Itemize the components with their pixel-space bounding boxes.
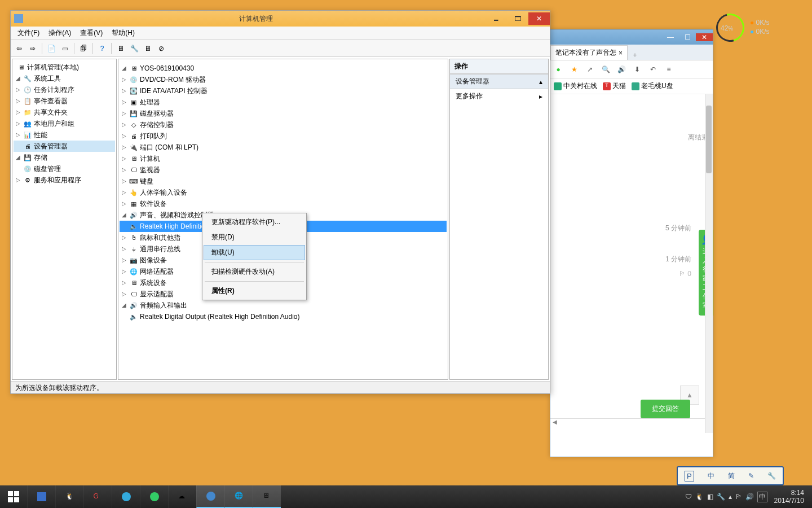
taskbar-app-browser2[interactable]: 🌐	[224, 485, 253, 508]
expand-icon[interactable]: ▷	[121, 198, 127, 209]
bookmark-zol[interactable]: 中关村在线	[554, 81, 597, 91]
minimize-button[interactable]	[486, 12, 507, 25]
ctx-scan[interactable]: 扫描检测硬件改动(A)	[204, 264, 305, 279]
browser-max[interactable]: ☐	[679, 33, 696, 41]
tray-wrench-icon[interactable]: 🔧	[717, 493, 725, 501]
expand-icon[interactable]: ▷	[15, 107, 21, 118]
expand-icon[interactable]: ▷	[121, 243, 127, 255]
back-button[interactable]: ⇦	[13, 42, 25, 55]
expand-icon[interactable]: ▷	[15, 174, 21, 186]
taskbar-app-sogou[interactable]	[196, 485, 224, 508]
expand-icon[interactable]: ▷	[121, 277, 127, 288]
tree-root[interactable]: 🖥计算机管理(本地)	[14, 62, 115, 73]
update-drv-button[interactable]: 🔧	[128, 42, 140, 55]
forward-button[interactable]: ⇨	[27, 42, 39, 55]
dev-monitor[interactable]: ▷🖵监视器	[120, 164, 447, 176]
close-button[interactable]	[528, 12, 550, 25]
expand-icon[interactable]: ▷	[121, 164, 127, 176]
expand-icon[interactable]: ▷	[121, 176, 127, 187]
collapse-icon[interactable]: ◢	[121, 300, 127, 311]
bookmark-tmall[interactable]: T天猫	[603, 81, 626, 91]
bookmark-udisk[interactable]: 老毛桃U盘	[632, 81, 673, 91]
tree-users[interactable]: ▷👥本地用户和组	[14, 118, 115, 129]
expand-icon[interactable]: ▷	[121, 85, 127, 97]
expand-icon[interactable]: ▷	[121, 255, 127, 266]
browser-min[interactable]: ―	[662, 33, 679, 41]
scan-hw-button[interactable]: 🖥	[114, 42, 127, 55]
actions-more[interactable]: 更多操作▸	[450, 89, 548, 103]
ime-charset[interactable]: 简	[728, 471, 735, 481]
wechat-icon[interactable]: ●	[553, 65, 564, 73]
dev-hid[interactable]: ▷👆人体学输入设备	[120, 187, 447, 198]
taskbar-app-cloud[interactable]: ☁	[168, 485, 196, 508]
ime-wrench-icon[interactable]: 🔧	[767, 472, 776, 480]
submit-answer-button[interactable]: 提交回答	[641, 400, 690, 418]
dev-audioio[interactable]: ◢🔊音频输入和输出	[120, 300, 447, 311]
ctx-uninstall[interactable]: 卸载(U)	[204, 245, 305, 260]
menu-help[interactable]: 帮助(H)	[107, 27, 139, 39]
collapse-icon[interactable]: ▴	[539, 78, 542, 86]
ctx-disable[interactable]: 禁用(D)	[204, 230, 305, 245]
expand-icon[interactable]: ▷	[121, 266, 127, 277]
tray-app-icon[interactable]: ◧	[707, 493, 713, 501]
taskbar-app-itunes[interactable]	[112, 485, 140, 508]
expand-icon[interactable]: ▷	[15, 129, 21, 141]
menu-icon[interactable]: ≡	[663, 65, 674, 73]
up-button[interactable]: 📄	[45, 42, 58, 55]
taskbar-app-360[interactable]	[140, 485, 168, 508]
expand-icon[interactable]: ▷	[121, 74, 127, 85]
menu-action[interactable]: 操作(A)	[44, 27, 76, 39]
maximize-button[interactable]	[507, 12, 528, 25]
dev-sw[interactable]: ▷▦软件设备	[120, 198, 447, 209]
dev-ide[interactable]: ▷💽IDE ATA/ATAPI 控制器	[120, 85, 447, 97]
expand-icon[interactable]: ▷	[15, 95, 21, 107]
browser-close[interactable]: ✕	[696, 33, 713, 41]
help-button[interactable]: ?	[96, 42, 108, 55]
ctx-properties[interactable]: 属性(R)	[204, 283, 305, 299]
browser-tab[interactable]: 笔记本没有了声音怎×	[550, 45, 628, 60]
collapse-icon[interactable]: ◢	[15, 73, 21, 84]
dev-ports[interactable]: ▷🔌端口 (COM 和 LPT)	[120, 142, 447, 153]
scroll-thumb[interactable]	[706, 106, 712, 173]
expand-icon[interactable]: ▷	[121, 232, 127, 243]
expand-icon[interactable]: ▷	[121, 119, 127, 130]
tree-diskmgr[interactable]: 💿磁盘管理	[14, 163, 115, 174]
ime-toolbar[interactable]: P 中 简 ✎ 🔧	[677, 466, 784, 485]
expand-icon[interactable]: ▷	[121, 288, 127, 300]
taskbar-app-qq[interactable]: 🐧	[55, 485, 83, 508]
dev-dvd[interactable]: ▷💿DVD/CD-ROM 驱动器	[120, 74, 447, 85]
dev-cpu[interactable]: ▷▣处理器	[120, 97, 447, 108]
volume-icon[interactable]: 🔊	[616, 65, 627, 73]
refresh-button[interactable]: 🗐	[77, 42, 90, 55]
taskbar-app-scanner[interactable]	[27, 485, 55, 508]
taskbar-app-mmc[interactable]: 🖥	[253, 485, 281, 508]
share-icon[interactable]: ↗	[584, 65, 595, 73]
titlebar[interactable]: 计算机管理	[11, 11, 550, 27]
search-icon[interactable]: 🔍	[600, 65, 611, 73]
dev-pc[interactable]: ▷🖥计算机	[120, 153, 447, 164]
download-icon[interactable]: ⬇	[632, 65, 643, 73]
tree-event[interactable]: ▷📋事件查看器	[14, 95, 115, 107]
tray-up-icon[interactable]: ▴	[729, 493, 732, 501]
taskbar-app-foxit[interactable]: G	[83, 485, 112, 508]
disable-button[interactable]: ⊘	[155, 42, 167, 55]
expand-icon[interactable]: ▷	[121, 130, 127, 142]
expand-icon[interactable]: ▷	[121, 97, 127, 108]
ime-logo-icon[interactable]: P	[685, 471, 694, 481]
tree-devmgr[interactable]: 🖨设备管理器	[14, 141, 115, 152]
uninstall-button[interactable]: 🖥	[142, 42, 154, 55]
expand-icon[interactable]: ▷	[121, 108, 127, 119]
ime-pen-icon[interactable]: ✎	[748, 472, 754, 480]
ime-mode[interactable]: 中	[708, 471, 714, 481]
dev-disk[interactable]: ▷💾磁盘驱动器	[120, 108, 447, 119]
expand-icon[interactable]: ▷	[121, 153, 127, 164]
collapse-icon[interactable]: ◢	[121, 63, 127, 74]
taskbar-clock[interactable]: 8:14 2014/7/10	[771, 489, 807, 505]
tree-share[interactable]: ▷📁共享文件夹	[14, 107, 115, 118]
tree-systools[interactable]: ◢🔧系统工具	[14, 73, 115, 84]
expand-icon[interactable]: ▷	[121, 142, 127, 153]
favorite-icon[interactable]: ★	[568, 65, 580, 73]
tray-qq-icon[interactable]: 🐧	[695, 493, 704, 501]
console-tree[interactable]: 🖥计算机管理(本地) ◢🔧系统工具 ▷🕒任务计划程序 ▷📋事件查看器 ▷📁共享文…	[12, 59, 117, 380]
expand-icon[interactable]: ▷	[15, 84, 21, 95]
